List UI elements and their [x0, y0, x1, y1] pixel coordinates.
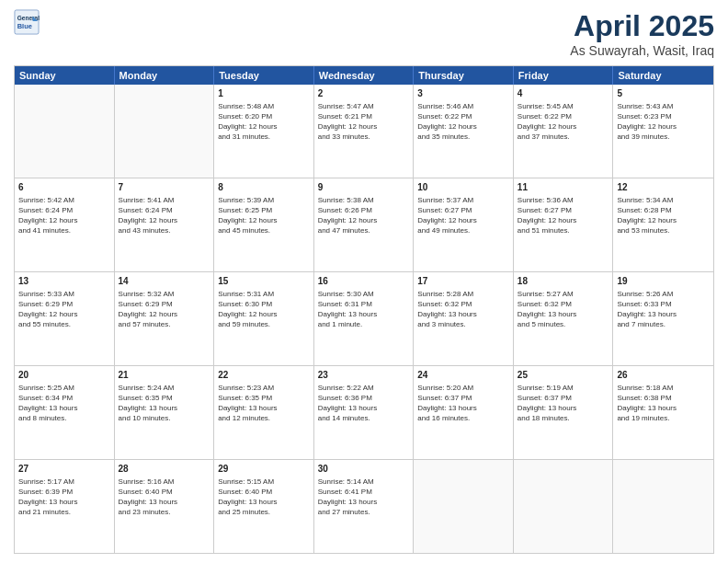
- day-info: Sunrise: 5:30 AM Sunset: 6:31 PM Dayligh…: [318, 289, 410, 330]
- calendar-cell: 19Sunrise: 5:26 AM Sunset: 6:33 PM Dayli…: [613, 272, 713, 365]
- calendar-cell: 29Sunrise: 5:15 AM Sunset: 6:40 PM Dayli…: [214, 460, 314, 553]
- day-info: Sunrise: 5:45 AM Sunset: 6:22 PM Dayligh…: [518, 101, 609, 143]
- calendar-cell: 18Sunrise: 5:27 AM Sunset: 6:32 PM Dayli…: [514, 272, 614, 365]
- day-info: Sunrise: 5:28 AM Sunset: 6:32 PM Dayligh…: [417, 289, 509, 330]
- day-number: 29: [218, 463, 310, 476]
- calendar-cell: 3Sunrise: 5:46 AM Sunset: 6:22 PM Daylig…: [414, 85, 514, 178]
- calendar-cell-empty: [414, 460, 514, 553]
- day-info: Sunrise: 5:37 AM Sunset: 6:27 PM Dayligh…: [417, 195, 509, 236]
- day-number: 20: [18, 369, 110, 382]
- day-info: Sunrise: 5:47 AM Sunset: 6:21 PM Dayligh…: [318, 101, 410, 143]
- calendar-cell: 4Sunrise: 5:45 AM Sunset: 6:22 PM Daylig…: [514, 85, 614, 178]
- day-info: Sunrise: 5:39 AM Sunset: 6:25 PM Dayligh…: [218, 195, 310, 236]
- calendar-cell: 17Sunrise: 5:28 AM Sunset: 6:32 PM Dayli…: [414, 272, 514, 365]
- calendar-cell-empty: [613, 460, 713, 553]
- day-number: 18: [518, 275, 609, 288]
- day-number: 16: [318, 275, 410, 288]
- day-info: Sunrise: 5:25 AM Sunset: 6:34 PM Dayligh…: [18, 383, 110, 424]
- day-number: 23: [318, 369, 410, 382]
- day-number: 21: [119, 369, 210, 382]
- calendar-week: 6Sunrise: 5:42 AM Sunset: 6:24 PM Daylig…: [15, 178, 713, 272]
- day-info: Sunrise: 5:18 AM Sunset: 6:38 PM Dayligh…: [617, 383, 710, 424]
- day-number: 6: [18, 181, 110, 194]
- calendar-header-cell: Wednesday: [314, 66, 415, 85]
- calendar-cell: 22Sunrise: 5:23 AM Sunset: 6:35 PM Dayli…: [214, 366, 314, 459]
- day-number: 2: [318, 87, 410, 100]
- day-info: Sunrise: 5:27 AM Sunset: 6:32 PM Dayligh…: [518, 289, 609, 330]
- calendar-cell: 11Sunrise: 5:36 AM Sunset: 6:27 PM Dayli…: [514, 178, 614, 271]
- calendar-week: 27Sunrise: 5:17 AM Sunset: 6:39 PM Dayli…: [15, 460, 713, 553]
- day-info: Sunrise: 5:26 AM Sunset: 6:33 PM Dayligh…: [617, 289, 710, 330]
- day-info: Sunrise: 5:42 AM Sunset: 6:24 PM Dayligh…: [18, 195, 110, 236]
- day-info: Sunrise: 5:17 AM Sunset: 6:39 PM Dayligh…: [18, 477, 110, 518]
- day-number: 24: [417, 369, 509, 382]
- day-info: Sunrise: 5:48 AM Sunset: 6:20 PM Dayligh…: [218, 101, 310, 143]
- day-number: 8: [218, 181, 310, 194]
- day-number: 3: [417, 87, 509, 100]
- calendar-body: 1Sunrise: 5:48 AM Sunset: 6:20 PM Daylig…: [15, 85, 713, 553]
- calendar-header-cell: Thursday: [414, 66, 514, 85]
- calendar-cell: 5Sunrise: 5:43 AM Sunset: 6:23 PM Daylig…: [613, 85, 713, 178]
- calendar-cell: 30Sunrise: 5:14 AM Sunset: 6:41 PM Dayli…: [314, 460, 415, 553]
- day-info: Sunrise: 5:32 AM Sunset: 6:29 PM Dayligh…: [119, 289, 210, 330]
- day-number: 30: [318, 463, 410, 476]
- day-info: Sunrise: 5:23 AM Sunset: 6:35 PM Dayligh…: [218, 383, 310, 424]
- day-info: Sunrise: 5:38 AM Sunset: 6:26 PM Dayligh…: [318, 195, 410, 236]
- calendar-cell: 27Sunrise: 5:17 AM Sunset: 6:39 PM Dayli…: [15, 460, 115, 553]
- day-number: 10: [417, 181, 509, 194]
- day-number: 14: [119, 275, 210, 288]
- day-info: Sunrise: 5:31 AM Sunset: 6:30 PM Dayligh…: [218, 289, 310, 330]
- calendar-cell: 25Sunrise: 5:19 AM Sunset: 6:37 PM Dayli…: [514, 366, 614, 459]
- calendar: SundayMondayTuesdayWednesdayThursdayFrid…: [14, 65, 714, 554]
- calendar-cell: 1Sunrise: 5:48 AM Sunset: 6:20 PM Daylig…: [214, 85, 314, 178]
- day-number: 19: [617, 275, 710, 288]
- calendar-cell: 15Sunrise: 5:31 AM Sunset: 6:30 PM Dayli…: [214, 272, 314, 365]
- calendar-week: 1Sunrise: 5:48 AM Sunset: 6:20 PM Daylig…: [15, 85, 713, 178]
- calendar-cell: 6Sunrise: 5:42 AM Sunset: 6:24 PM Daylig…: [15, 178, 115, 271]
- day-number: 7: [119, 181, 210, 194]
- day-info: Sunrise: 5:34 AM Sunset: 6:28 PM Dayligh…: [617, 195, 710, 236]
- day-number: 25: [518, 369, 609, 382]
- day-info: Sunrise: 5:16 AM Sunset: 6:40 PM Dayligh…: [119, 477, 210, 518]
- day-info: Sunrise: 5:19 AM Sunset: 6:37 PM Dayligh…: [518, 383, 609, 424]
- calendar-cell: 28Sunrise: 5:16 AM Sunset: 6:40 PM Dayli…: [115, 460, 215, 553]
- calendar-week: 20Sunrise: 5:25 AM Sunset: 6:34 PM Dayli…: [15, 366, 713, 460]
- day-info: Sunrise: 5:22 AM Sunset: 6:36 PM Dayligh…: [318, 383, 410, 424]
- calendar-cell: 20Sunrise: 5:25 AM Sunset: 6:34 PM Dayli…: [15, 366, 115, 459]
- calendar-cell: 26Sunrise: 5:18 AM Sunset: 6:38 PM Dayli…: [613, 366, 713, 459]
- calendar-cell: 12Sunrise: 5:34 AM Sunset: 6:28 PM Dayli…: [613, 178, 713, 271]
- calendar-cell: 10Sunrise: 5:37 AM Sunset: 6:27 PM Dayli…: [414, 178, 514, 271]
- calendar-cell: 8Sunrise: 5:39 AM Sunset: 6:25 PM Daylig…: [214, 178, 314, 271]
- calendar-cell: 21Sunrise: 5:24 AM Sunset: 6:35 PM Dayli…: [115, 366, 215, 459]
- day-number: 17: [417, 275, 509, 288]
- logo-icon: General Blue: [14, 9, 40, 35]
- calendar-header-cell: Monday: [115, 66, 215, 85]
- logo: General Blue: [14, 9, 40, 35]
- calendar-cell: 7Sunrise: 5:41 AM Sunset: 6:24 PM Daylig…: [115, 178, 215, 271]
- day-info: Sunrise: 5:14 AM Sunset: 6:41 PM Dayligh…: [318, 477, 410, 518]
- calendar-header-cell: Sunday: [15, 66, 115, 85]
- day-number: 15: [218, 275, 310, 288]
- calendar-cell: 9Sunrise: 5:38 AM Sunset: 6:26 PM Daylig…: [314, 178, 415, 271]
- day-number: 9: [318, 181, 410, 194]
- calendar-cell: 2Sunrise: 5:47 AM Sunset: 6:21 PM Daylig…: [314, 85, 415, 178]
- day-number: 22: [218, 369, 310, 382]
- calendar-cell-empty: [514, 460, 614, 553]
- calendar-cell: 13Sunrise: 5:33 AM Sunset: 6:29 PM Dayli…: [15, 272, 115, 365]
- day-info: Sunrise: 5:43 AM Sunset: 6:23 PM Dayligh…: [617, 101, 710, 143]
- main-title: April 2025: [570, 9, 714, 43]
- day-info: Sunrise: 5:33 AM Sunset: 6:29 PM Dayligh…: [18, 289, 110, 330]
- calendar-cell: 24Sunrise: 5:20 AM Sunset: 6:37 PM Dayli…: [414, 366, 514, 459]
- day-number: 5: [617, 87, 710, 100]
- day-info: Sunrise: 5:36 AM Sunset: 6:27 PM Dayligh…: [518, 195, 609, 236]
- day-number: 12: [617, 181, 710, 194]
- calendar-cell-empty: [15, 85, 115, 178]
- day-info: Sunrise: 5:24 AM Sunset: 6:35 PM Dayligh…: [119, 383, 210, 424]
- calendar-cell: 16Sunrise: 5:30 AM Sunset: 6:31 PM Dayli…: [314, 272, 415, 365]
- subtitle: As Suwayrah, Wasit, Iraq: [570, 43, 714, 58]
- day-number: 26: [617, 369, 710, 382]
- calendar-cell-empty: [115, 85, 215, 178]
- title-block: April 2025 As Suwayrah, Wasit, Iraq: [570, 9, 714, 58]
- calendar-header-cell: Saturday: [613, 66, 713, 85]
- calendar-header-cell: Friday: [514, 66, 614, 85]
